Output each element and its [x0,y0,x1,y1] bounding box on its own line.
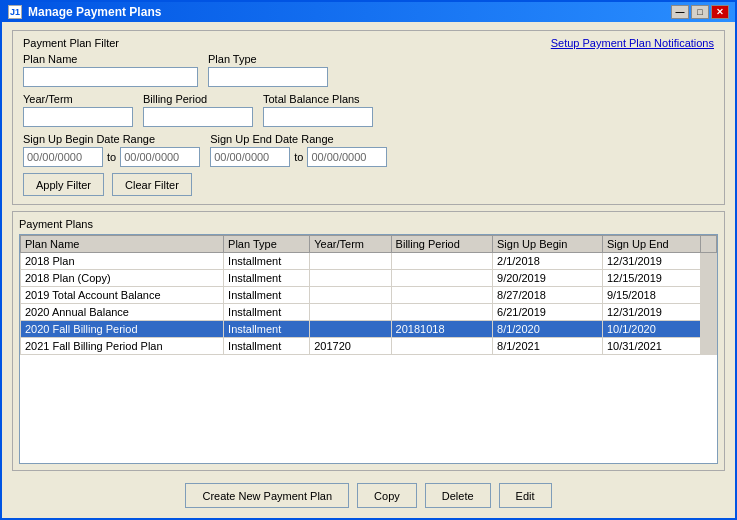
cell-row4-col2 [310,321,391,338]
apply-filter-button[interactable]: Apply Filter [23,173,104,196]
sign-up-end-group: Sign Up End Date Range to [210,133,387,167]
plan-name-label: Plan Name [23,53,198,65]
col-header-sign-up-begin: Sign Up Begin [493,236,603,253]
billing-period-input[interactable] [143,107,253,127]
scrollbar-col-header [701,236,717,253]
year-term-label: Year/Term [23,93,133,105]
col-header-plan-type: Plan Type [224,236,310,253]
cell-row1-col4: 9/20/2019 [493,270,603,287]
plans-section: Payment Plans Plan Name Plan Type Year/T… [12,211,725,471]
sign-up-end-range: to [210,147,387,167]
cell-row4-col5: 10/1/2020 [602,321,700,338]
col-header-year-term: Year/Term [310,236,391,253]
copy-button[interactable]: Copy [357,483,417,508]
scrollbar-spacer [701,304,717,321]
plan-name-input[interactable] [23,67,198,87]
sign-up-begin-range: to [23,147,200,167]
plan-type-input[interactable] [208,67,328,87]
minimize-button[interactable]: — [671,5,689,19]
delete-button[interactable]: Delete [425,483,491,508]
table-row[interactable]: 2020 Annual BalanceInstallment6/21/20191… [21,304,717,321]
sign-up-end-from-input[interactable] [210,147,290,167]
scrollbar-spacer [701,253,717,270]
plan-name-group: Plan Name [23,53,198,87]
create-new-payment-plan-button[interactable]: Create New Payment Plan [185,483,349,508]
cell-row2-col3 [391,287,492,304]
edit-button[interactable]: Edit [499,483,552,508]
filter-row-3: Sign Up Begin Date Range to Sign Up End … [23,133,714,167]
cell-row5-col2: 201720 [310,338,391,355]
bottom-button-row: Create New Payment Plan Copy Delete Edit [12,477,725,510]
clear-filter-button[interactable]: Clear Filter [112,173,192,196]
cell-row0-col3 [391,253,492,270]
billing-period-group: Billing Period [143,93,253,127]
sign-up-begin-from-input[interactable] [23,147,103,167]
cell-row5-col3 [391,338,492,355]
sign-up-begin-group: Sign Up Begin Date Range to [23,133,200,167]
table-row[interactable]: 2020 Fall Billing PeriodInstallment20181… [21,321,717,338]
billing-period-label: Billing Period [143,93,253,105]
plan-type-group: Plan Type [208,53,328,87]
cell-row0-col1: Installment [224,253,310,270]
cell-row4-col1: Installment [224,321,310,338]
cell-row1-col2 [310,270,391,287]
cell-row5-col4: 8/1/2021 [493,338,603,355]
total-balance-group: Total Balance Plans [263,93,373,127]
year-term-input[interactable] [23,107,133,127]
plans-section-label: Payment Plans [19,218,718,230]
cell-row1-col0: 2018 Plan (Copy) [21,270,224,287]
cell-row3-col4: 6/21/2019 [493,304,603,321]
cell-row1-col5: 12/15/2019 [602,270,700,287]
cell-row2-col0: 2019 Total Account Balance [21,287,224,304]
maximize-button[interactable]: □ [691,5,709,19]
sign-up-begin-to-label: to [107,151,116,163]
table-row[interactable]: 2018 Plan (Copy)Installment9/20/201912/1… [21,270,717,287]
filter-row-2: Year/Term Billing Period Total Balance P… [23,93,714,127]
scrollbar-spacer [701,270,717,287]
filter-section: Payment Plan Filter Setup Payment Plan N… [12,30,725,205]
filter-row-1: Plan Name Plan Type [23,53,714,87]
cell-row0-col4: 2/1/2018 [493,253,603,270]
cell-row4-col3: 20181018 [391,321,492,338]
sign-up-end-to-label: to [294,151,303,163]
titlebar-left: J1 Manage Payment Plans [8,5,161,19]
cell-row0-col5: 12/31/2019 [602,253,700,270]
plans-table-body: 2018 PlanInstallment2/1/201812/31/201920… [21,253,717,355]
cell-row3-col5: 12/31/2019 [602,304,700,321]
cell-row1-col1: Installment [224,270,310,287]
scrollbar-spacer [701,321,717,338]
year-term-group: Year/Term [23,93,133,127]
table-row[interactable]: 2018 PlanInstallment2/1/201812/31/2019 [21,253,717,270]
cell-row3-col0: 2020 Annual Balance [21,304,224,321]
cell-row3-col3 [391,304,492,321]
cell-row4-col0: 2020 Fall Billing Period [21,321,224,338]
table-row[interactable]: 2021 Fall Billing Period PlanInstallment… [21,338,717,355]
cell-row2-col2 [310,287,391,304]
plan-type-label: Plan Type [208,53,328,65]
sign-up-begin-to-input[interactable] [120,147,200,167]
table-row[interactable]: 2019 Total Account BalanceInstallment8/2… [21,287,717,304]
cell-row0-col2 [310,253,391,270]
sign-up-end-label: Sign Up End Date Range [210,133,387,145]
cell-row3-col1: Installment [224,304,310,321]
close-button[interactable]: ✕ [711,5,729,19]
cell-row5-col0: 2021 Fall Billing Period Plan [21,338,224,355]
plans-table: Plan Name Plan Type Year/Term Billing Pe… [20,235,717,355]
cell-row2-col1: Installment [224,287,310,304]
sign-up-end-to-input[interactable] [307,147,387,167]
setup-link[interactable]: Setup Payment Plan Notifications [551,37,714,49]
app-icon: J1 [8,5,22,19]
filter-buttons: Apply Filter Clear Filter [23,173,714,196]
titlebar: J1 Manage Payment Plans — □ ✕ [2,2,735,22]
window-title: Manage Payment Plans [28,5,161,19]
cell-row2-col4: 8/27/2018 [493,287,603,304]
col-header-sign-up-end: Sign Up End [602,236,700,253]
plans-table-wrapper: Plan Name Plan Type Year/Term Billing Pe… [19,234,718,464]
content-area: Payment Plan Filter Setup Payment Plan N… [2,22,735,518]
main-window: J1 Manage Payment Plans — □ ✕ Payment Pl… [0,0,737,520]
cell-row1-col3 [391,270,492,287]
cell-row5-col1: Installment [224,338,310,355]
total-balance-input[interactable] [263,107,373,127]
cell-row0-col0: 2018 Plan [21,253,224,270]
total-balance-label: Total Balance Plans [263,93,373,105]
